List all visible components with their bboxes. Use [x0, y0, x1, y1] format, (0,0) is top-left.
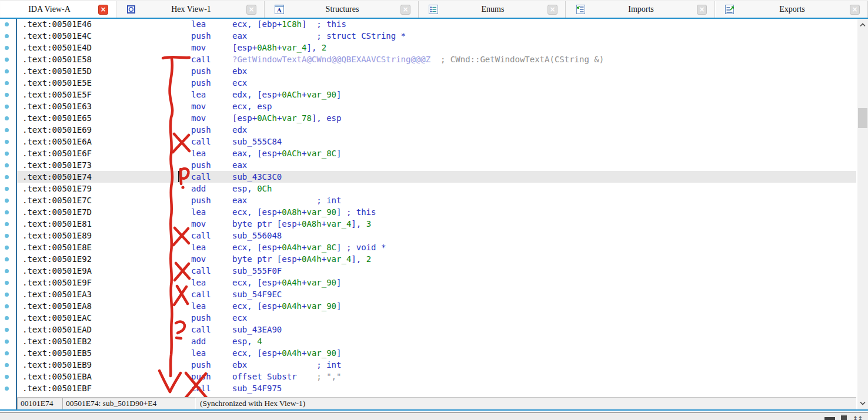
address: .text:00501EAD — [22, 324, 92, 335]
operands: [esp+0A8h+var_4], 2 — [232, 42, 326, 53]
operands: sub_43C3C0 — [232, 171, 282, 183]
address: .text:00501EBA — [22, 371, 92, 382]
close-icon[interactable]: × — [400, 5, 410, 15]
mnemonic: call — [191, 53, 211, 65]
asm-line[interactable]: .text:00501EB5leaecx, [esp+0A4h+var_90] — [0, 347, 856, 359]
mnemonic: mov — [191, 42, 206, 53]
mnemonic: push — [191, 159, 211, 171]
operands: ecx, [ebp+1C8h] ; this — [232, 18, 346, 30]
vertical-scrollbar[interactable] — [857, 19, 868, 409]
scroll-down-button[interactable] — [857, 398, 868, 408]
address: .text:00501E5E — [22, 77, 92, 89]
asm-line[interactable]: .text:00501E8Eleaecx, [esp+0A4h+var_8C] … — [0, 241, 856, 253]
dock-icon — [841, 415, 847, 420]
address: .text:00501E6F — [22, 147, 92, 159]
tab-exports[interactable]: Exports × — [715, 1, 868, 18]
close-icon[interactable]: × — [98, 5, 108, 15]
asm-line[interactable]: .text:00501E69pushedx — [0, 124, 856, 136]
address: .text:00501E9A — [22, 265, 92, 277]
line-marker-dot — [5, 257, 9, 261]
ida-main-window: IDA View-A × Hex View-1 × A Structures ×… — [0, 0, 868, 420]
exports-icon — [725, 5, 735, 14]
line-marker-dot — [5, 293, 9, 297]
asm-line[interactable]: .text:00501E6Acallsub_555C84 — [0, 136, 856, 147]
asm-line[interactable]: .text:00501EA8leaecx, [esp+0A4h+var_90] — [0, 300, 856, 312]
operands: ecx — [232, 77, 247, 89]
tab-label: Hex View-1 — [136, 5, 246, 14]
asm-line[interactable]: .text:00501E9Acallsub_555F0F — [0, 265, 856, 277]
asm-line[interactable]: .text:00501E5Epushecx — [0, 77, 856, 89]
close-icon[interactable]: × — [547, 5, 557, 15]
asm-line[interactable]: .text:00501E4Cpusheax ; struct CString * — [0, 30, 856, 42]
tab-ida-view-a[interactable]: IDA View-A × — [0, 1, 116, 18]
asm-line[interactable]: .text:00501E7Cpusheax ; int — [0, 194, 856, 206]
current-line-highlight — [17, 171, 856, 183]
tab-hex-view-1[interactable]: Hex View-1 × — [116, 1, 265, 18]
asm-line[interactable]: .text:00501EA3callsub_54F9EC — [0, 288, 856, 300]
asm-line[interactable]: .text:00501EB2addesp, 4 — [0, 335, 856, 347]
tab-structures[interactable]: A Structures × — [265, 1, 419, 18]
svg-text:A: A — [276, 7, 282, 14]
mnemonic: push — [191, 30, 211, 42]
asm-line[interactable]: .text:00501E73pusheax — [0, 159, 856, 171]
operands: ecx, [esp+0A4h+var_90] — [232, 300, 341, 312]
scroll-up-button[interactable] — [857, 20, 868, 30]
asm-line[interactable]: .text:00501E58call?GetWindowTextA@CWnd@@… — [0, 53, 856, 65]
line-marker-dot — [5, 81, 9, 85]
asm-line[interactable]: .text:00501E92movbyte ptr [esp+0A4h+var_… — [0, 253, 856, 265]
asm-line[interactable]: .text:00501E63movecx, esp — [0, 100, 856, 112]
line-marker-dot — [5, 152, 9, 156]
status-location: 00501E74: sub_501D90+E4 — [62, 398, 196, 409]
address: .text:00501E58 — [22, 53, 92, 65]
asm-line[interactable]: .text:00501EB9pushebx ; int — [0, 359, 856, 371]
address: .text:00501E6A — [22, 136, 92, 147]
asm-line[interactable]: .text:00501E81movbyte ptr [esp+0A8h+var_… — [0, 218, 856, 230]
dock-icon — [824, 417, 835, 420]
asm-line[interactable]: .text:00501E46leaecx, [ebp+1C8h] ; this — [0, 18, 856, 30]
asm-line[interactable]: .text:00501E89callsub_556048 — [0, 230, 856, 241]
line-marker-dot — [5, 210, 9, 214]
mnemonic: call — [191, 136, 211, 147]
asm-line[interactable]: .text:00501EBApushoffset Substr ; "," — [0, 371, 856, 382]
chevron-down-icon — [859, 401, 866, 405]
mnemonic: push — [191, 371, 211, 382]
line-marker-dot — [5, 140, 9, 144]
asm-line[interactable]: .text:00501EBFcallsub_54F975 — [0, 382, 856, 394]
asm-line[interactable]: .text:00501E74callsub_43C3C0 — [0, 171, 856, 183]
line-marker-dot — [5, 281, 9, 285]
address: .text:00501E74 — [22, 171, 92, 183]
address: .text:00501E92 — [22, 253, 92, 265]
address: .text:00501E4D — [22, 42, 92, 53]
address: .text:00501EA8 — [22, 300, 92, 312]
address: .text:00501E81 — [22, 218, 92, 230]
text-cursor — [178, 171, 179, 182]
close-icon[interactable]: × — [697, 5, 707, 15]
mnemonic: call — [191, 382, 211, 394]
address: .text:00501EB9 — [22, 359, 92, 371]
asm-line[interactable]: .text:00501E65mov[esp+0ACh+var_78], esp — [0, 112, 856, 124]
asm-line[interactable]: .text:00501E4Dmov[esp+0A8h+var_4], 2 — [0, 42, 856, 53]
asm-line[interactable]: .text:00501E7Dleaecx, [esp+0A8h+var_90] … — [0, 206, 856, 218]
status-file-offset: 00101E74 — [17, 398, 62, 409]
asm-line[interactable]: .text:00501E6Fleaeax, [esp+0ACh+var_8C] — [0, 147, 856, 159]
asm-line[interactable]: .text:00501E9Fleaecx, [esp+0A4h+var_90] — [0, 277, 856, 288]
mnemonic: add — [191, 183, 206, 194]
operands: ecx, [esp+0A4h+var_90] — [232, 347, 341, 359]
asm-line[interactable]: .text:00501EADcallsub_43EA90 — [0, 324, 856, 335]
tab-enums[interactable]: Enums × — [419, 1, 566, 18]
close-icon[interactable]: × — [850, 5, 860, 15]
tab-imports[interactable]: Imports × — [566, 1, 715, 18]
asm-line[interactable]: .text:00501E5Dpushebx — [0, 65, 856, 77]
asm-line[interactable]: .text:00501E5Fleaedx, [esp+0ACh+var_90] — [0, 89, 856, 100]
mnemonic: lea — [191, 206, 206, 218]
line-marker-dot — [5, 304, 9, 308]
operands: eax ; struct CString * — [232, 30, 406, 42]
mnemonic: push — [191, 124, 211, 136]
close-icon[interactable]: × — [246, 5, 256, 15]
asm-line[interactable]: .text:00501E79addesp, 0Ch — [0, 183, 856, 194]
asm-line[interactable]: .text:00501EACpushecx — [0, 312, 856, 324]
line-marker-dot — [5, 105, 9, 109]
scrollbar-thumb[interactable] — [858, 108, 867, 128]
operands: sub_54F975 — [232, 382, 282, 394]
operands: ecx — [232, 312, 247, 324]
